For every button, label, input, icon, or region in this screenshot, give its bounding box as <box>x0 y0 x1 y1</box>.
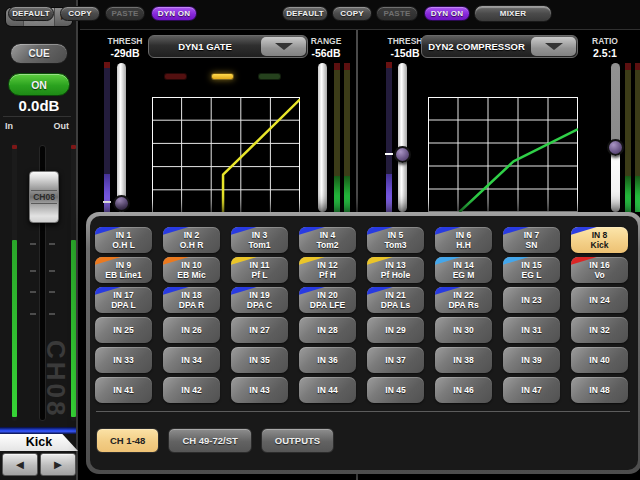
dyn2-copy-button[interactable]: COPY <box>332 6 372 21</box>
tab-outputs[interactable]: OUTPUTS <box>261 428 334 453</box>
channel-button[interactable]: IN 28 <box>299 317 356 343</box>
channel-button[interactable]: IN 13Pf Hole <box>367 257 424 283</box>
dyn1-thresh-label: THRESH <box>108 36 143 46</box>
channel-name: DPA R <box>179 300 205 311</box>
channel-button[interactable]: IN 36 <box>299 347 356 373</box>
channel-button[interactable]: IN 27 <box>231 317 288 343</box>
channel-id: IN 31 <box>521 325 541 336</box>
channel-button[interactable]: IN 37 <box>367 347 424 373</box>
dyn2-ratio-label: RATIO <box>592 36 618 46</box>
dyn1-on-button[interactable]: DYN ON <box>151 6 197 21</box>
on-button[interactable]: ON <box>8 73 70 96</box>
channel-select-overlay: IN 1O.H LIN 2O.H RIN 3Tom1IN 4Tom2IN 5To… <box>86 212 640 474</box>
fader-value: 0.0dB <box>0 97 78 114</box>
dyn1-thresh-knob[interactable] <box>113 195 130 212</box>
channel-id: IN 45 <box>385 385 405 396</box>
channel-button[interactable]: IN 19DPA C <box>231 287 288 313</box>
channel-button[interactable]: IN 43 <box>231 377 288 403</box>
meter-out-label: Out <box>54 121 70 131</box>
channel-button[interactable]: IN 33 <box>95 347 152 373</box>
channel-id: IN 16 <box>589 260 609 271</box>
chevron-down-icon[interactable] <box>531 37 576 56</box>
channel-id: IN 38 <box>453 355 473 366</box>
cue-button[interactable]: CUE <box>10 43 68 64</box>
channel-button[interactable]: IN 26 <box>163 317 220 343</box>
dyn1-paste-button[interactable]: PASTE <box>105 6 145 21</box>
channel-button[interactable]: IN 22DPA Rs <box>435 287 492 313</box>
channel-id: IN 32 <box>589 325 609 336</box>
channel-button[interactable]: IN 31 <box>503 317 560 343</box>
prev-channel-button[interactable]: ◄ <box>2 453 38 476</box>
dyn1-thresh-slider[interactable] <box>117 63 126 212</box>
channel-button[interactable]: IN 46 <box>435 377 492 403</box>
channel-id: IN 1 <box>116 230 132 241</box>
channel-button[interactable]: IN 14EG M <box>435 257 492 283</box>
channel-name: Tom1 <box>248 240 270 251</box>
channel-button[interactable]: IN 18DPA R <box>163 287 220 313</box>
dyn1-range-slider[interactable] <box>318 63 327 212</box>
channel-button[interactable]: IN 40 <box>571 347 628 373</box>
channel-name: SN <box>526 240 538 251</box>
channel-button[interactable]: IN 1O.H L <box>95 227 152 253</box>
channel-button[interactable]: IN 5Tom3 <box>367 227 424 253</box>
channel-button[interactable]: IN 39 <box>503 347 560 373</box>
dyn1-copy-button[interactable]: COPY <box>60 6 100 21</box>
channel-id: IN 46 <box>453 385 473 396</box>
channel-button[interactable]: IN 15EG L <box>503 257 560 283</box>
channel-id: IN 22 <box>453 290 473 301</box>
channel-id: IN 27 <box>249 325 269 336</box>
channel-button[interactable]: IN 4Tom2 <box>299 227 356 253</box>
channel-button[interactable]: IN 24 <box>571 287 628 313</box>
channel-button[interactable]: IN 6H.H <box>435 227 492 253</box>
channel-button[interactable]: IN 29 <box>367 317 424 343</box>
channel-button[interactable]: IN 47 <box>503 377 560 403</box>
next-channel-button[interactable]: ► <box>40 453 76 476</box>
channel-button[interactable]: IN 11Pf L <box>231 257 288 283</box>
channel-button[interactable]: IN 12Pf H <box>299 257 356 283</box>
channel-id: IN 30 <box>453 325 473 336</box>
fader-knob[interactable]: CH08 <box>29 171 59 223</box>
fader-tick <box>30 270 36 272</box>
dyn2-on-button[interactable]: DYN ON <box>424 6 470 21</box>
channel-button[interactable]: IN 30 <box>435 317 492 343</box>
tab-ch-1-48[interactable]: CH 1-48 <box>96 428 159 453</box>
channel-button[interactable]: IN 34 <box>163 347 220 373</box>
channel-button[interactable]: IN 23 <box>503 287 560 313</box>
channel-button[interactable]: IN 17DPA L <box>95 287 152 313</box>
channel-button[interactable]: IN 7SN <box>503 227 560 253</box>
channel-button[interactable]: IN 48 <box>571 377 628 403</box>
dyn2-thresh-knob[interactable] <box>394 146 411 163</box>
tab-ch-49-72-st[interactable]: CH 49-72/ST <box>168 428 251 453</box>
channel-button[interactable]: IN 3Tom1 <box>231 227 288 253</box>
channel-button[interactable]: IN 20DPA LFE <box>299 287 356 313</box>
channel-id: IN 9 <box>116 260 132 271</box>
dyn2-ratio-knob[interactable] <box>607 139 624 156</box>
channel-button[interactable]: IN 32 <box>571 317 628 343</box>
dyn1-curve <box>223 99 300 213</box>
channel-id: IN 25 <box>113 325 133 336</box>
dyn1-default-button[interactable]: DEFAULT <box>8 6 54 21</box>
channel-button[interactable]: IN 8Kick <box>571 227 628 253</box>
dyn2-type-dropdown[interactable]: DYN2 COMPRESSOR <box>421 35 578 58</box>
dyn2-thresh-label: THRESH <box>388 36 423 46</box>
channel-button[interactable]: IN 41 <box>95 377 152 403</box>
channel-button[interactable]: IN 25 <box>95 317 152 343</box>
channel-button[interactable]: IN 35 <box>231 347 288 373</box>
channel-button[interactable]: IN 21DPA Ls <box>367 287 424 313</box>
channel-button[interactable]: IN 38 <box>435 347 492 373</box>
channel-button[interactable]: IN 44 <box>299 377 356 403</box>
channel-button[interactable]: IN 16Vo <box>571 257 628 283</box>
channel-button[interactable]: IN 45 <box>367 377 424 403</box>
dyn1-type-dropdown[interactable]: DYN1 GATE <box>148 35 308 58</box>
channel-color-strip <box>0 427 76 434</box>
dyn2-ratio-slider[interactable] <box>611 63 620 212</box>
channel-button[interactable]: IN 2O.H R <box>163 227 220 253</box>
dyn1-thresh-readout: THRESH -29dB <box>96 36 154 59</box>
channel-button[interactable]: IN 9EB Line1 <box>95 257 152 283</box>
dyn2-paste-button[interactable]: PASTE <box>376 6 418 21</box>
dyn2-thresh-slider[interactable] <box>398 63 407 212</box>
channel-button[interactable]: IN 10EB Mic <box>163 257 220 283</box>
dyn2-default-button[interactable]: DEFAULT <box>282 6 328 21</box>
mixer-button[interactable]: MIXER <box>474 5 552 22</box>
channel-button[interactable]: IN 42 <box>163 377 220 403</box>
